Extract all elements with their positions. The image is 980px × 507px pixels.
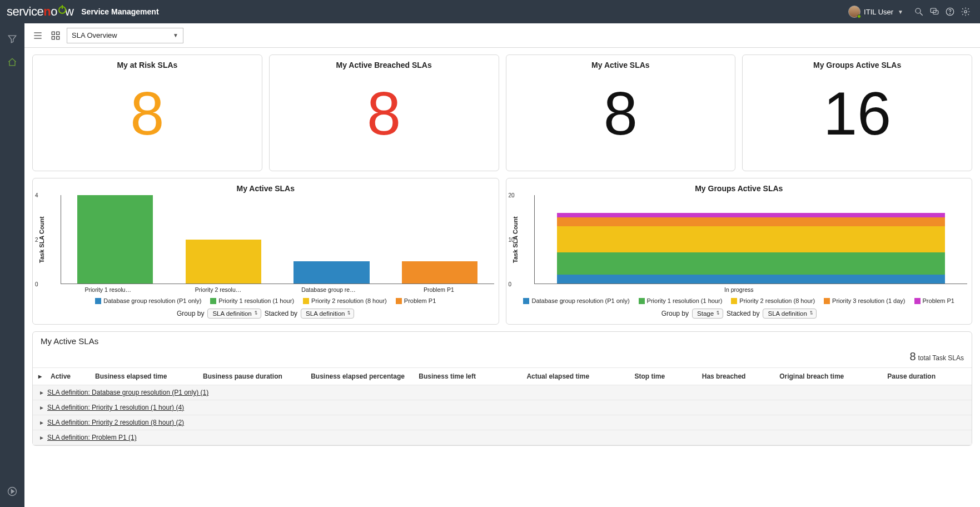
card-value: 8 [367,83,401,144]
filter-icon[interactable] [6,32,19,46]
y-tick: 20 [509,192,515,198]
card-active[interactable]: My Active SLAs 8 [506,54,736,171]
legend-item[interactable]: Priority 2 resolution (8 hour) [303,297,387,304]
svg-point-0 [916,8,921,13]
group-label[interactable]: SLA definition: Problem P1 (1) [47,434,137,441]
legend-item[interactable]: Priority 1 resolution (1 hour) [210,297,294,304]
chevron-right-icon[interactable]: ▸ [36,404,47,411]
group-label[interactable]: SLA definition: Priority 2 resolution (8… [47,419,184,426]
app-name: Service Management [81,7,158,16]
legend-item[interactable]: Problem P1 [396,297,436,304]
chevron-right-icon[interactable]: ▸ [36,389,47,396]
card-value: 8 [604,83,638,144]
score-cards-row: My at Risk SLAs 8 My Active Breached SLA… [32,54,972,171]
home-icon[interactable] [6,56,19,69]
legend-item[interactable]: Database group resolution (P1 only) [95,297,201,304]
group-row[interactable]: ▸SLA definition: Database group resoluti… [33,385,972,400]
chat-icon[interactable] [927,4,942,19]
swatch-icon [914,298,921,304]
y-tick: 4 [35,192,38,198]
chart-title: My Groups Active SLAs [511,184,968,193]
col-header[interactable]: Actual elapsed time [523,368,631,385]
stackedby-select[interactable]: SLA definition [301,309,354,319]
chevron-right-icon[interactable]: ▸ [36,419,47,426]
table-header: ▸ Active Business elapsed time Business … [33,367,972,385]
card-groups-active[interactable]: My Groups Active SLAs 16 [742,54,972,171]
col-header[interactable]: Business pause duration [200,368,307,385]
group-row[interactable]: ▸SLA definition: Problem P1 (1) [33,430,972,445]
stack-segment[interactable] [557,217,946,226]
bar[interactable] [277,195,386,284]
legend-item[interactable]: Priority 1 resolution (1 hour) [639,297,723,304]
col-header[interactable]: Pause duration [884,368,972,385]
legend-item[interactable]: Problem P1 [914,297,954,304]
swatch-icon [210,298,216,304]
help-icon[interactable] [942,4,958,19]
bar[interactable] [170,195,278,284]
legend-item[interactable]: Database group resolution (P1 only) [523,297,629,304]
card-title: My Active Breached SLAs [336,61,432,69]
chevron-right-icon[interactable]: ▸ [36,434,47,441]
swatch-icon [731,298,737,304]
stack-segment[interactable] [557,213,946,217]
col-header[interactable]: Original breach time [776,368,884,385]
svg-point-6 [964,11,967,13]
chart-my-active-slas: My Active SLAs Task SLA Count 4 2 0 Prio… [32,178,499,325]
col-header[interactable]: Has breached [699,368,776,385]
chevron-down-icon: ▼ [173,32,178,38]
dashboard-dropdown[interactable]: SLA Overview ▼ [67,28,183,43]
group-row[interactable]: ▸SLA definition: Priority 1 resolution (… [33,400,972,415]
chart-plot[interactable] [534,195,968,284]
card-title: My Active SLAs [591,61,650,69]
legend-item[interactable]: Priority 3 resolution (1 day) [824,297,905,304]
groupby-select[interactable]: SLA definition [207,309,261,319]
legend-item[interactable]: Priority 2 resolution (8 hour) [731,297,815,304]
groupby-label: Group by [177,310,204,317]
col-header[interactable]: Business elapsed time [92,368,200,385]
left-rail [0,23,24,453]
card-title: My at Risk SLAs [117,61,177,69]
swatch-icon [396,298,402,304]
svg-rect-11 [52,32,54,34]
group-row[interactable]: ▸SLA definition: Priority 2 resolution (… [33,415,972,430]
groupby-label: Group by [661,310,689,317]
x-tick-label: Priority 1 resolu… [53,284,163,293]
chart-controls: Group by Stage Stacked by SLA definition [511,309,968,319]
bar[interactable] [61,195,170,284]
card-title: My Groups Active SLAs [813,61,901,69]
toolbar: SLA Overview ▼ [24,23,980,48]
group-label[interactable]: SLA definition: Database group resolutio… [47,389,208,396]
card-breached[interactable]: My Active Breached SLAs 8 [269,54,499,171]
group-label[interactable]: SLA definition: Priority 1 resolution (1… [47,404,184,411]
dashboard-dropdown-value: SLA Overview [72,31,117,39]
gear-icon[interactable] [958,4,973,19]
menu-icon[interactable] [31,29,44,42]
chart-legend: Database group resolution (P1 only)Prior… [511,297,968,304]
stackedby-label: Stacked by [265,310,297,317]
grid-icon[interactable] [49,29,62,42]
groupby-select[interactable]: Stage [692,309,723,319]
svg-point-5 [950,13,951,14]
col-header[interactable]: Business time left [415,368,523,385]
bar[interactable] [386,195,494,284]
col-header[interactable]: Active [47,368,92,385]
avatar-icon [848,6,860,18]
chart-plot[interactable] [61,195,494,284]
stackedby-select[interactable]: SLA definition [763,309,816,319]
col-header[interactable]: Business elapsed percentage [307,368,415,385]
stack-segment[interactable] [557,226,946,253]
y-tick: 2 [35,237,38,243]
x-tick-label: Problem P1 [384,284,494,293]
stack-segment[interactable] [557,252,946,275]
search-icon[interactable] [911,4,927,19]
user-menu[interactable]: ITIL User ▼ [848,6,903,18]
chart-legend: Database group resolution (P1 only)Prior… [37,297,494,304]
stack-segment[interactable] [557,275,946,284]
list-my-active-slas: My Active SLAs 8total Task SLAs ▸ Active… [32,331,972,446]
col-header[interactable]: Stop time [631,368,698,385]
expand-all-caret[interactable]: ▸ [33,368,47,385]
card-at-risk[interactable]: My at Risk SLAs 8 [32,54,262,171]
top-bar: servicenow Service Management ITIL User … [0,0,980,23]
charts-row: My Active SLAs Task SLA Count 4 2 0 Prio… [32,178,972,325]
chart-title: My Active SLAs [37,184,494,193]
